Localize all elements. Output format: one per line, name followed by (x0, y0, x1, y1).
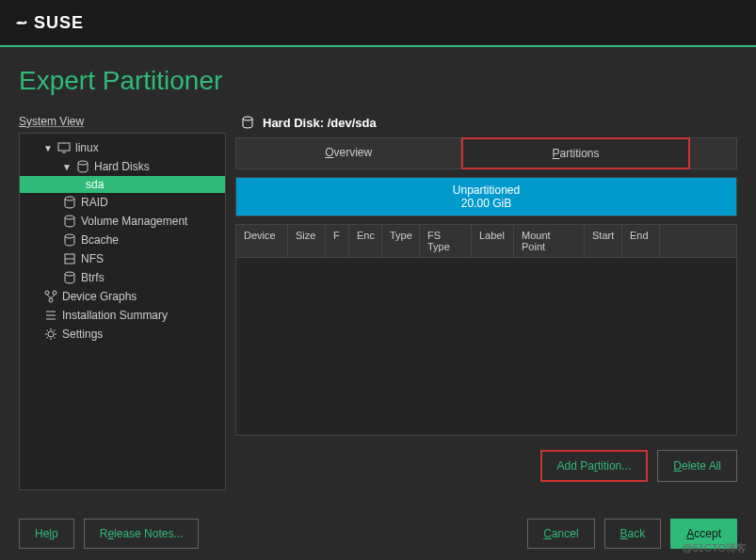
col-end[interactable]: End (622, 225, 660, 257)
tree-view[interactable]: ▼linux ▼Hard Disks sda RAID Volume Manag… (19, 133, 226, 490)
table-header: Device Size F Enc Type FS Type Label Mou… (236, 225, 736, 258)
cancel-button[interactable]: Cancel (527, 519, 594, 549)
tree-item-raid[interactable]: RAID (20, 193, 225, 212)
footer-left: Help Release Notes... (19, 519, 199, 549)
chameleon-icon (14, 15, 29, 30)
disk-icon (62, 270, 77, 285)
page-title: Expert Partitioner (19, 66, 737, 96)
brand-text: SUSE (34, 13, 84, 33)
right-panel: Hard Disk: /dev/sda Overview Partitions … (235, 115, 737, 490)
svg-line-13 (47, 295, 51, 298)
partition-bar[interactable]: Unpartitioned 20.00 GiB (235, 177, 737, 216)
list-icon (43, 308, 58, 323)
col-enc[interactable]: Enc (349, 225, 382, 257)
collapse-icon: ▼ (62, 162, 72, 172)
svg-line-14 (51, 295, 55, 298)
col-fstype[interactable]: FS Type (420, 225, 472, 257)
svg-point-5 (65, 216, 74, 219)
svg-point-19 (243, 117, 252, 120)
add-partition-button[interactable]: Add Partition... (540, 450, 649, 482)
disk-icon (240, 115, 255, 130)
content-row: System View ▼linux ▼Hard Disks sda RAID … (19, 115, 737, 490)
tree-item-linux[interactable]: ▼linux (20, 138, 225, 157)
tree-item-bcache[interactable]: Bcache (20, 231, 225, 249)
tab-overview[interactable]: Overview (235, 137, 461, 169)
disk-icon (62, 195, 77, 210)
help-button[interactable]: Help (19, 519, 74, 549)
tab-spacer (690, 137, 737, 169)
col-device[interactable]: Device (236, 225, 288, 257)
tab-partitions[interactable]: Partitions (461, 137, 689, 169)
tree-item-nfs[interactable]: NFS (20, 249, 225, 268)
svg-point-18 (48, 331, 54, 337)
network-icon (62, 251, 77, 266)
partition-size: 20.00 GiB (242, 197, 731, 210)
collapse-icon: ▼ (43, 143, 53, 153)
tree-item-sda[interactable]: sda (20, 176, 225, 193)
col-start[interactable]: Start (585, 225, 622, 257)
tab-bar: Overview Partitions (235, 137, 737, 169)
svg-point-9 (65, 272, 74, 276)
disk-icon (62, 232, 77, 248)
footer: Help Release Notes... Cancel Back Accept (0, 519, 756, 549)
left-panel: System View ▼linux ▼Hard Disks sda RAID … (19, 115, 226, 490)
tree-item-btrfs[interactable]: Btrfs (20, 268, 225, 287)
svg-point-10 (45, 291, 49, 295)
partition-table[interactable]: Device Size F Enc Type FS Type Label Mou… (235, 224, 737, 436)
svg-point-6 (65, 234, 74, 238)
col-label[interactable]: Label (472, 225, 514, 257)
col-size[interactable]: Size (288, 225, 326, 257)
col-mountpoint[interactable]: Mount Point (514, 225, 585, 257)
release-notes-button[interactable]: Release Notes... (84, 519, 200, 549)
partition-label: Unpartitioned (242, 184, 731, 197)
brand-logo: SUSE (14, 13, 84, 33)
col-type[interactable]: Type (382, 225, 420, 257)
gear-icon (43, 327, 58, 342)
app-header: SUSE (0, 0, 756, 47)
tree-item-volume-management[interactable]: Volume Management (20, 212, 225, 231)
svg-point-11 (53, 291, 56, 295)
svg-point-12 (49, 298, 53, 302)
tree-item-hard-disks[interactable]: ▼Hard Disks (20, 157, 225, 176)
tree-item-device-graphs[interactable]: Device Graphs (20, 287, 225, 306)
tree-item-installation-summary[interactable]: Installation Summary (20, 306, 225, 325)
graph-icon (43, 289, 58, 304)
svg-point-4 (65, 197, 74, 200)
panel-header: Hard Disk: /dev/sda (235, 115, 737, 130)
col-f[interactable]: F (326, 225, 349, 257)
delete-all-button[interactable]: Delete All (657, 450, 737, 482)
main-content: Expert Partitioner System View ▼linux ▼H… (0, 47, 756, 509)
back-button[interactable]: Back (604, 519, 662, 549)
svg-point-0 (24, 21, 25, 22)
system-view-label: System View (19, 115, 226, 128)
tree-item-settings[interactable]: Settings (20, 325, 225, 344)
watermark: @51CTO博客 (683, 541, 747, 555)
disk-icon (75, 159, 90, 174)
svg-rect-1 (58, 143, 70, 151)
panel-header-text: Hard Disk: /dev/sda (263, 116, 377, 130)
monitor-icon (56, 140, 72, 155)
disk-icon (62, 214, 77, 229)
action-buttons: Add Partition... Delete All (235, 450, 737, 482)
svg-point-3 (78, 161, 88, 165)
